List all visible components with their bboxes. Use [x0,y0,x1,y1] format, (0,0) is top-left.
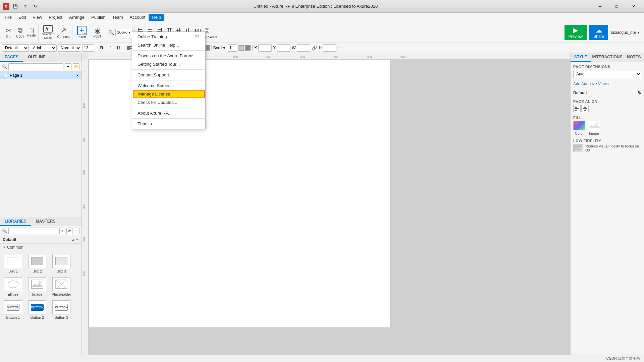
font-select[interactable]: Arial [30,44,57,52]
page-item-1[interactable]: 📄 Page 1 ✕ [0,72,82,79]
selection-mode-button[interactable]: Selection Mode [41,25,55,40]
weight-select[interactable]: Normal [58,44,81,52]
menu-thanks[interactable]: Thanks... [132,120,205,128]
fill-image-option[interactable]: Image [588,121,600,135]
lib-search-input[interactable] [8,228,58,234]
menu-discuss-forums[interactable]: Discuss on the Axure Forums... [132,52,205,60]
menu-contact-support[interactable]: Contact Support... [132,71,205,79]
add-lib-button[interactable]: + [59,228,65,234]
lib-item-image[interactable]: Image [26,276,48,297]
lib-item-ellipse[interactable]: Ellipse [2,276,24,297]
menu-manage-license[interactable]: Manage License... [133,90,205,98]
w-input[interactable] [297,44,310,52]
menu-online-training[interactable]: Online Training... F1 [132,33,205,41]
y-input[interactable] [277,44,290,52]
zoom-control[interactable]: 100% ▼ [115,29,133,36]
italic-button[interactable]: I [106,44,114,52]
lib-item-placeholder[interactable]: Placeholder [50,276,72,297]
page-align-label: PAGE ALIGN [573,100,641,104]
menu-arrange[interactable]: Arrange [66,14,88,21]
refresh-lib-button[interactable]: ⟳ [66,228,72,234]
add-folder-button[interactable]: 📁 [73,63,79,70]
pages-tab[interactable]: PAGES [0,53,23,62]
svg-rect-9 [168,28,169,32]
style-select[interactable]: Default [2,44,29,52]
lib-item-button1[interactable]: BUTTON Button 1 [2,299,24,320]
maximize-button[interactable]: □ [609,1,625,11]
cut-button[interactable]: ✂ Cut [3,26,14,39]
add-page-button[interactable]: + [65,63,71,70]
libraries-tab[interactable]: LIBRARIES [0,217,31,226]
notes-tab[interactable]: NOTES [624,53,644,62]
border-label: Border: [213,46,226,50]
menu-team[interactable]: Team [109,14,126,21]
page-align-left-button[interactable] [573,105,581,112]
undo-button[interactable]: ↺ [21,3,29,10]
bold-button[interactable]: B [98,44,105,52]
share-button[interactable]: ☁ Share [589,25,608,40]
main-toolbar: ✂ Cut ⧉ Copy 📋 Paste Selection Mode ↗ Co… [0,22,644,43]
lib-up-arrow[interactable]: ▲ [71,238,75,241]
x-input[interactable] [258,44,272,52]
account-name[interactable]: luxiaoguo_dbr ▾ [611,30,639,35]
redo-button[interactable]: ↻ [32,3,39,10]
interactions-tab[interactable]: INTERACTIONS [591,53,624,62]
underline-button[interactable]: U [115,44,122,52]
menu-check-updates[interactable]: Check for Updates... [132,98,205,107]
border-color-box[interactable] [238,45,244,51]
menu-edit[interactable]: Edit [15,14,29,21]
lib-item-box2[interactable]: Box 2 [26,253,48,274]
edit-style-icon[interactable]: ✎ [637,90,641,96]
svg-rect-52 [583,108,587,109]
menu-publish[interactable]: Publish [88,14,109,21]
menu-search-online-help[interactable]: Search Online Help... [132,41,205,49]
menu-separator-3 [132,80,205,80]
connect-button[interactable]: ↗ Connect [56,25,71,40]
page-align-center-button[interactable] [581,105,589,112]
menu-file[interactable]: File [1,14,15,21]
point-button[interactable]: ◉ Point [90,25,105,40]
preview-button[interactable]: ▶ Preview [565,25,587,40]
font-size-input[interactable] [82,44,94,52]
pages-search-input[interactable] [8,63,63,70]
menu-help[interactable]: Help [149,14,164,21]
pages-list: 📄 Page 1 ✕ [0,72,82,217]
style-tab[interactable]: STYLE [571,53,591,62]
close-button[interactable]: ✕ [626,1,641,11]
page-close-icon[interactable]: ✕ [76,74,79,77]
page-dimensions-select[interactable]: Auto [573,70,641,78]
menu-view[interactable]: View [29,14,45,21]
zoom-search-icon: 🔍 [108,30,114,35]
outline-tab[interactable]: OUTLINE [23,53,50,62]
add-adaptive-views-link[interactable]: Add Adaptive Views [573,81,641,86]
svg-rect-23 [206,29,208,30]
lib-item-box3[interactable]: Box 3 [50,253,72,274]
menu-project[interactable]: Project [45,14,65,21]
fill-section-right: FILL Color Ima [573,116,641,135]
lib-item-box1[interactable]: Box 1 [2,253,24,274]
button3-label: Button 3 [55,315,68,319]
border-width-input[interactable] [228,44,237,52]
copy-button[interactable]: ⧉ Copy [15,26,25,39]
masters-tab[interactable]: MASTERS [31,217,60,226]
fill-color-option[interactable]: Color [573,121,585,135]
more-options-icon[interactable]: ⋯ [338,45,342,51]
paste-button[interactable]: 📋 Paste [26,26,37,39]
border-color-box2[interactable] [245,45,251,51]
minimize-button[interactable]: ─ [592,1,608,11]
lib-item-button3[interactable]: BUTTON Button 3 [50,299,72,320]
insert-button[interactable]: + ▼ Insert [74,25,89,40]
common-section-label[interactable]: Common [0,244,82,251]
menu-account[interactable]: Account [126,14,149,21]
menu-getting-started[interactable]: Getting Started Tour... [132,60,205,68]
menu-welcome-screen[interactable]: Welcome Screen... [132,81,205,90]
svg-rect-11 [167,28,172,28]
h-input[interactable] [323,44,336,52]
coords-section: X Y W 🔗 H ⋯ [254,44,342,52]
lib-more-button[interactable]: ⋯ [74,228,79,234]
menu-about-axure[interactable]: About Axure RP... [132,109,205,117]
lib-item-button2[interactable]: BUTTON Button 2 [26,299,48,320]
save-button[interactable]: 💾 [11,3,19,10]
lock-aspect-icon[interactable]: 🔗 [312,45,317,51]
lib-down-arrow[interactable]: ▼ [75,238,79,241]
